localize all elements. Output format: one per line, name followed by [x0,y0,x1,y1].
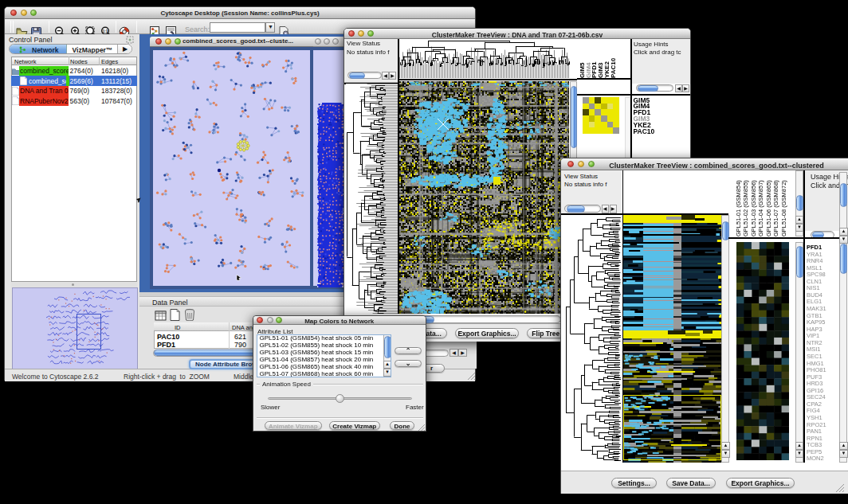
svg-text:1:1: 1:1 [103,29,108,33]
